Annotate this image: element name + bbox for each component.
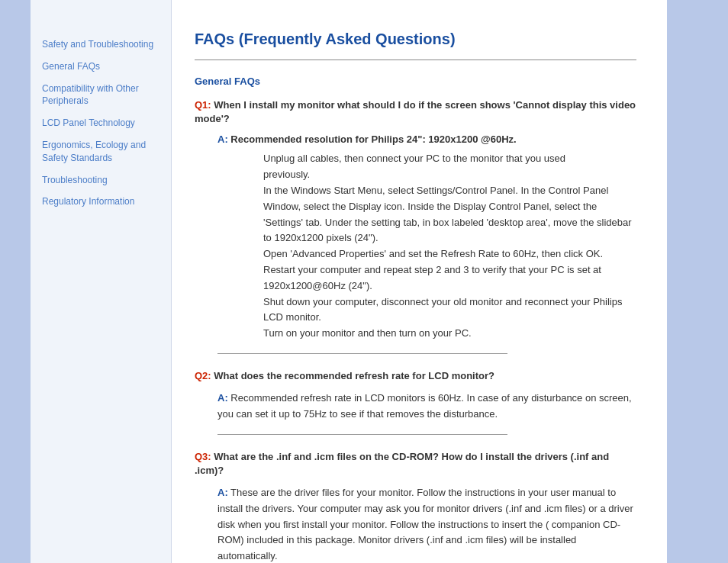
main-content: FAQs (Frequently Asked Questions) Genera… — [172, 0, 667, 563]
sidebar-item-safety[interactable]: Safety and Troubleshooting — [42, 38, 163, 51]
sidebar-item-regulatory[interactable]: Regulatory Information — [42, 195, 163, 208]
sidebar: Safety and Troubleshooting General FAQs … — [31, 0, 172, 563]
section-title: General FAQs — [195, 76, 636, 87]
sidebar-item-lcd[interactable]: LCD Panel Technology — [42, 117, 163, 130]
q1-question: Q1: When I install my monitor what shoul… — [195, 98, 636, 126]
q1-answer-main: A: Recommended resolution for Philips 24… — [217, 134, 636, 145]
sidebar-item-troubleshooting[interactable]: Troubleshooting — [42, 174, 163, 187]
a2-label: A: — [217, 392, 228, 404]
sidebar-item-compatibility[interactable]: Compatibility with Other Peripherals — [42, 82, 163, 108]
q1-answer-indent: A: Recommended resolution for Philips 24… — [195, 134, 636, 342]
a1-answer-text: Recommended resolution for Philips 24": … — [230, 134, 516, 145]
q1-block: Q1: When I install my monitor what shoul… — [195, 98, 636, 354]
q2-divider — [217, 434, 507, 435]
sidebar-item-general-faqs[interactable]: General FAQs — [42, 60, 163, 73]
q3-question: Q3: What are the .inf and .icm files on … — [195, 450, 636, 478]
q3-label: Q3: — [195, 451, 211, 462]
a3-label: A: — [217, 487, 228, 498]
q3-answer: A: These are the driver files for your m… — [195, 485, 636, 563]
q1-text: When I install my monitor what should I … — [195, 99, 636, 124]
q2-label: Q2: — [195, 370, 211, 381]
q2-question: Q2: What does the recommended refresh ra… — [195, 369, 636, 383]
a1-label: A: — [217, 134, 228, 145]
q2-answer: A: Recommended refresh rate in LCD monit… — [195, 391, 636, 423]
q3-block: Q3: What are the .inf and .icm files on … — [195, 450, 636, 563]
q1-divider — [217, 353, 507, 354]
a2-answer-text: Recommended refresh rate in LCD monitors… — [217, 392, 632, 420]
page-title: FAQs (Frequently Asked Questions) — [195, 31, 636, 48]
right-accent — [667, 0, 728, 563]
q3-text: What are the .inf and .icm files on the … — [195, 451, 609, 476]
sidebar-item-ergonomics[interactable]: Ergonomics, Ecology and Safety Standards — [42, 139, 163, 165]
q1-steps: Unplug all cables, then connect your PC … — [217, 151, 636, 342]
q1-label: Q1: — [195, 99, 211, 111]
title-divider — [195, 60, 636, 60]
q2-text: What does the recommended refresh rate f… — [214, 370, 494, 381]
left-accent — [0, 0, 31, 563]
q2-block: Q2: What does the recommended refresh ra… — [195, 369, 636, 435]
a3-answer-text: These are the driver files for your moni… — [217, 487, 633, 561]
